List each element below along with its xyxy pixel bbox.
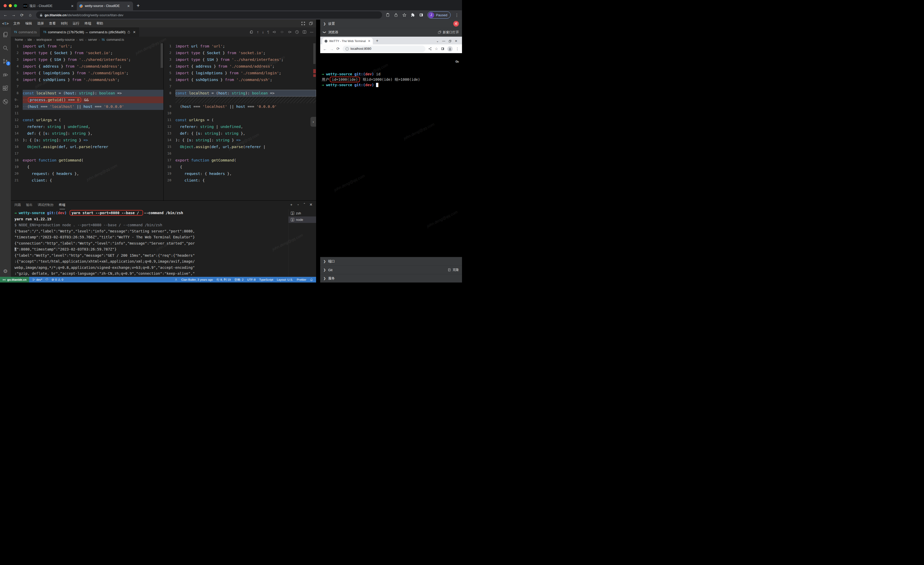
new-terminal-icon[interactable]: ＋: [290, 203, 293, 207]
code-line[interactable]: 16 Object.assign(def, url.parse(referer: [11, 143, 164, 150]
git-graph-icon[interactable]: [2, 99, 9, 105]
code-line[interactable]: 16: [164, 150, 316, 157]
minimize-window-button[interactable]: [9, 4, 12, 7]
code-line[interactable]: 6import { sshOptions } from './command/s…: [164, 77, 316, 83]
scrollbar-thumb[interactable]: [160, 44, 163, 68]
breadcrumb-item[interactable]: workspace: [36, 38, 52, 42]
code-line[interactable]: 8const localhost = (host: string): boole…: [11, 90, 164, 96]
source-control-icon[interactable]: 2: [2, 58, 9, 65]
status-item[interactable]: TypeScript: [259, 278, 273, 281]
reload-icon[interactable]: ⟳: [20, 13, 24, 18]
git-branch-indicator[interactable]: dev*: [32, 278, 42, 281]
code-line[interactable]: 19 request: { headers },: [164, 170, 316, 177]
clone-button[interactable]: 克隆: [448, 268, 459, 272]
user-avatar[interactable]: 邓: [453, 21, 459, 27]
status-item[interactable]: Layout: U.S.: [277, 278, 293, 281]
code-line[interactable]: 12const urlArgs = (: [11, 117, 164, 123]
browser-section-header[interactable]: ❯ 浏览器 新窗口打开: [320, 28, 462, 37]
status-item[interactable]: UTF-8: [247, 278, 256, 281]
restore-icon[interactable]: [448, 40, 452, 42]
editor-tab-commandts[interactable]: TS command.ts: [11, 27, 40, 37]
status-item[interactable]: 空格: 2: [234, 278, 244, 282]
remote-indicator[interactable]: >< go.titanide.cn: [0, 277, 29, 282]
maximize-panel-icon[interactable]: ⌃: [303, 203, 306, 207]
menu-item[interactable]: 查看: [46, 21, 58, 25]
tab-search-chevron-icon[interactable]: ⌄: [436, 39, 439, 43]
code-line[interactable]: 6import { sshOptions } from './command/s…: [11, 77, 164, 83]
services-section-header[interactable]: ❯ 服务: [320, 274, 462, 282]
timeline-icon[interactable]: [295, 30, 299, 34]
code-line[interactable]: 15): { [s: string]: string } =>: [11, 137, 164, 143]
code-line[interactable]: 9 (host === 'localhost' || host === '0.0…: [164, 103, 316, 110]
settings-section-header[interactable]: ❯ 设置 邓: [320, 20, 462, 28]
menu-item[interactable]: 编辑: [22, 21, 34, 25]
code-line[interactable]: 10: [164, 110, 316, 117]
address-bar[interactable]: go.titanide.cn/ide/web/coding/wetty-sour…: [36, 11, 382, 19]
panel-tab-问题[interactable]: 问题: [14, 202, 21, 208]
breadcrumb-item[interactable]: wetty-source: [57, 38, 75, 42]
code-line[interactable]: 17export function getCommand(: [164, 157, 316, 164]
code-line[interactable]: 12 referer: string | undefined,: [164, 123, 316, 130]
panel-expand-chevron[interactable]: ›: [310, 117, 316, 127]
profile-icon[interactable]: [447, 46, 453, 52]
problems-indicator[interactable]: ⊘0 ⚠0: [52, 278, 63, 281]
breadcrumb-item[interactable]: server: [88, 38, 97, 42]
git-section-header[interactable]: ❯ Git 克隆: [320, 266, 462, 274]
diff-pane-modified[interactable]: 1import url from 'url';2import type { So…: [164, 43, 316, 200]
diff-pane-original[interactable]: 1import url from 'url';2import type { So…: [11, 43, 164, 200]
breadcrumb-item[interactable]: home: [15, 38, 23, 42]
browser-tab-inactive[interactable]: <t> 项目 - CloudIDE ✕: [21, 2, 77, 11]
code-line[interactable]: 4import { address } from './command/addr…: [164, 63, 316, 70]
code-line[interactable]: 18export function getCommand(: [11, 157, 164, 164]
close-tab-icon[interactable]: ✕: [127, 4, 130, 8]
mini-browser-tab[interactable]: WeTTY - The Web Terminal ✕: [322, 38, 373, 44]
breadcrumb-item[interactable]: ide: [28, 38, 32, 42]
code-line[interactable]: 2import type { Socket } from 'socket.io'…: [11, 50, 164, 56]
code-line[interactable]: 11const urlArgs = (: [164, 117, 316, 123]
open-changes-icon[interactable]: [249, 30, 254, 34]
new-tab-button[interactable]: +: [133, 3, 143, 11]
run-debug-icon[interactable]: [2, 72, 9, 78]
code-line[interactable]: 14): { [s: string]: string } =>: [164, 137, 316, 143]
whitespace-icon[interactable]: ¶: [267, 30, 269, 34]
minimize-icon[interactable]: —: [442, 39, 445, 43]
menu-item[interactable]: 文件: [11, 21, 22, 25]
code-line[interactable]: 7: [164, 83, 316, 90]
browser-tab-active[interactable]: wetty-source - CloudIDE ✕: [77, 2, 133, 11]
breadcrumb[interactable]: home›ide›workspace›wetty-source›src›serv…: [11, 37, 316, 43]
menu-item[interactable]: 转到: [58, 21, 70, 25]
settings-gear-icon[interactable]: ⚙: [3, 268, 8, 274]
search-icon[interactable]: [2, 45, 9, 51]
editor-tab-diff[interactable]: TS command.ts (17b75c98) ↔ command.ts (d…: [40, 27, 139, 37]
previous-change-arrow-icon[interactable]: ↑: [257, 30, 259, 34]
next-change-arrow-icon[interactable]: ↓: [262, 30, 264, 34]
next-diff-icon[interactable]: [288, 30, 292, 34]
reload-icon[interactable]: ⟳: [336, 47, 340, 51]
code-line[interactable]: 5import { loginOptions } from './command…: [164, 70, 316, 77]
notifications-bell-icon[interactable]: [310, 278, 313, 281]
code-line[interactable]: 11: [11, 110, 164, 117]
maximize-window-button[interactable]: [14, 4, 17, 7]
code-line[interactable]: 20 client: {: [164, 177, 316, 184]
status-item[interactable]: Prettier: [297, 278, 306, 281]
close-icon[interactable]: ✕: [455, 39, 458, 43]
forward-icon[interactable]: →: [330, 47, 334, 51]
back-icon[interactable]: ←: [323, 47, 327, 51]
revert-icon[interactable]: [280, 30, 284, 34]
code-line[interactable]: 8const localhost = (host: string): boole…: [164, 90, 316, 96]
breadcrumb-file[interactable]: command.ts: [106, 38, 124, 42]
close-panel-icon[interactable]: ✕: [309, 203, 312, 207]
browser-menu-icon[interactable]: ⋮: [455, 13, 459, 18]
bookmark-star-icon[interactable]: ☆: [435, 47, 438, 51]
clipboard-icon[interactable]: [386, 13, 390, 17]
panel-tab-终端[interactable]: 终端: [59, 202, 66, 208]
forward-icon[interactable]: →: [11, 13, 16, 17]
terminal-dropdown-icon[interactable]: ⌄: [297, 203, 299, 207]
fullscreen-icon[interactable]: [301, 21, 305, 26]
terminal-instance-zsh[interactable]: ❯zsh: [288, 210, 316, 216]
side-panel-icon[interactable]: [441, 47, 444, 51]
terminal-output[interactable]: → wetty-source git:(dev) yarn start --po…: [11, 209, 288, 277]
menu-item[interactable]: 帮助: [94, 21, 106, 25]
code-line[interactable]: 13 def: { [s: string]: string },: [164, 130, 316, 137]
code-line[interactable]: 21 client: {: [11, 177, 164, 184]
